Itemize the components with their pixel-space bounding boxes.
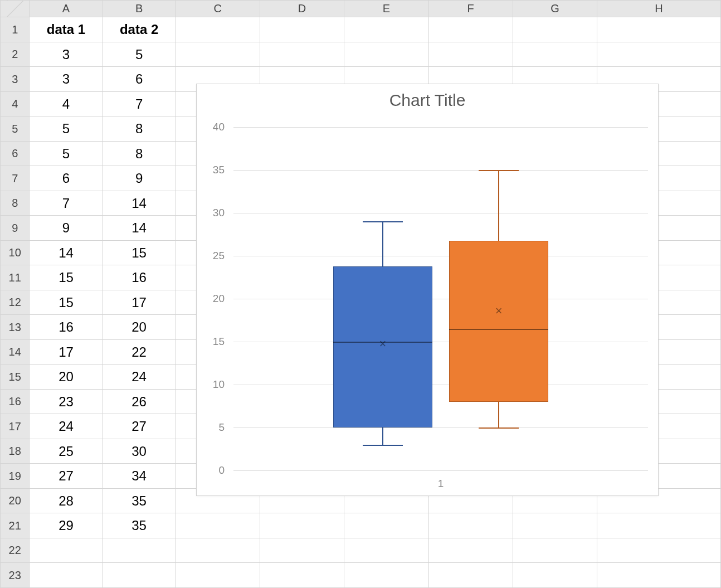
cell-B22[interactable] [103,538,176,563]
cell-F21[interactable] [428,513,513,538]
row-header-21[interactable]: 21 [1,513,30,538]
cell-A13[interactable]: 16 [30,315,103,340]
cell-A23[interactable] [30,563,103,588]
cell-B1[interactable]: data 2 [103,17,176,42]
column-header-B[interactable]: B [103,1,176,17]
cell-A10[interactable]: 14 [30,240,103,265]
row-header-12[interactable]: 12 [1,290,30,315]
cell-H22[interactable] [597,538,721,563]
cell-F22[interactable] [428,538,513,563]
cell-B2[interactable]: 5 [103,42,176,67]
cell-F1[interactable] [428,17,513,42]
cell-H2[interactable] [597,42,721,67]
cell-E23[interactable] [344,563,428,588]
cell-A18[interactable]: 25 [30,439,103,464]
row-header-16[interactable]: 16 [1,389,30,414]
cell-B21[interactable]: 35 [103,513,176,538]
column-header-A[interactable]: A [30,1,103,17]
row-header-7[interactable]: 7 [1,166,30,191]
cell-A9[interactable]: 9 [30,216,103,241]
row-header-11[interactable]: 11 [1,265,30,290]
cell-H21[interactable] [597,513,721,538]
cell-E1[interactable] [344,17,428,42]
cell-B17[interactable]: 27 [103,414,176,439]
cell-F2[interactable] [428,42,513,67]
column-header-G[interactable]: G [513,1,597,17]
row-header-18[interactable]: 18 [1,439,30,464]
row-header-2[interactable]: 2 [1,42,30,67]
cell-H23[interactable] [597,563,721,588]
cell-B5[interactable]: 8 [103,116,176,142]
boxplot-data-1[interactable]: × [333,127,433,470]
row-header-10[interactable]: 10 [1,240,30,265]
row-header-19[interactable]: 19 [1,464,30,489]
row-header-6[interactable]: 6 [1,141,30,166]
row-header-15[interactable]: 15 [1,365,30,390]
cell-B15[interactable]: 24 [103,365,176,390]
boxplot-data-2[interactable]: × [449,127,549,470]
cell-A22[interactable] [30,538,103,563]
cell-A15[interactable]: 20 [30,365,103,390]
row-header-23[interactable]: 23 [1,563,30,588]
row-header-17[interactable]: 17 [1,414,30,439]
cell-D23[interactable] [260,563,344,588]
cell-A12[interactable]: 15 [30,290,103,315]
cell-A11[interactable]: 15 [30,265,103,290]
cell-C23[interactable] [176,563,260,588]
cell-A14[interactable]: 17 [30,339,103,365]
cell-C2[interactable] [176,42,260,67]
cell-B19[interactable]: 34 [103,464,176,489]
column-header-H[interactable]: H [597,1,721,17]
cell-A6[interactable]: 5 [30,141,103,166]
cell-G21[interactable] [513,513,597,538]
cell-D21[interactable] [260,513,344,538]
cell-B12[interactable]: 17 [103,290,176,315]
column-header-C[interactable]: C [176,1,260,17]
cell-B7[interactable]: 9 [103,166,176,191]
cell-F23[interactable] [428,563,513,588]
cell-B20[interactable]: 35 [103,488,176,513]
cell-E22[interactable] [344,538,428,563]
cell-A2[interactable]: 3 [30,42,103,67]
cell-A7[interactable]: 6 [30,166,103,191]
cell-B16[interactable]: 26 [103,389,176,414]
select-all-corner[interactable] [1,1,30,17]
cell-B3[interactable]: 6 [103,67,176,92]
row-header-20[interactable]: 20 [1,488,30,513]
cell-A5[interactable]: 5 [30,116,103,142]
cell-B23[interactable] [103,563,176,588]
cell-G2[interactable] [513,42,597,67]
cell-G23[interactable] [513,563,597,588]
row-header-3[interactable]: 3 [1,67,30,92]
cell-B14[interactable]: 22 [103,339,176,365]
cell-A21[interactable]: 29 [30,513,103,538]
cell-G22[interactable] [513,538,597,563]
cell-A1[interactable]: data 1 [30,17,103,42]
cell-B13[interactable]: 20 [103,315,176,340]
cell-A19[interactable]: 27 [30,464,103,489]
row-header-14[interactable]: 14 [1,339,30,365]
cell-A17[interactable]: 24 [30,414,103,439]
row-header-5[interactable]: 5 [1,116,30,142]
cell-A4[interactable]: 4 [30,91,103,116]
row-header-4[interactable]: 4 [1,91,30,116]
cell-A16[interactable]: 23 [30,389,103,414]
cell-D1[interactable] [260,17,344,42]
row-header-22[interactable]: 22 [1,538,30,563]
cell-D2[interactable] [260,42,344,67]
column-header-F[interactable]: F [428,1,513,17]
cell-D22[interactable] [260,538,344,563]
cell-B10[interactable]: 15 [103,240,176,265]
cell-E2[interactable] [344,42,428,67]
cell-H1[interactable] [597,17,721,42]
cell-B4[interactable]: 7 [103,91,176,116]
cell-B9[interactable]: 14 [103,216,176,241]
box-whisker-chart[interactable]: Chart Title 0510152025303540 ×× 1 [196,84,659,496]
cell-E21[interactable] [344,513,428,538]
cell-G1[interactable] [513,17,597,42]
cell-C1[interactable] [176,17,260,42]
cell-B6[interactable]: 8 [103,141,176,166]
cell-B11[interactable]: 16 [103,265,176,290]
cell-A8[interactable]: 7 [30,191,103,216]
column-header-E[interactable]: E [344,1,428,17]
